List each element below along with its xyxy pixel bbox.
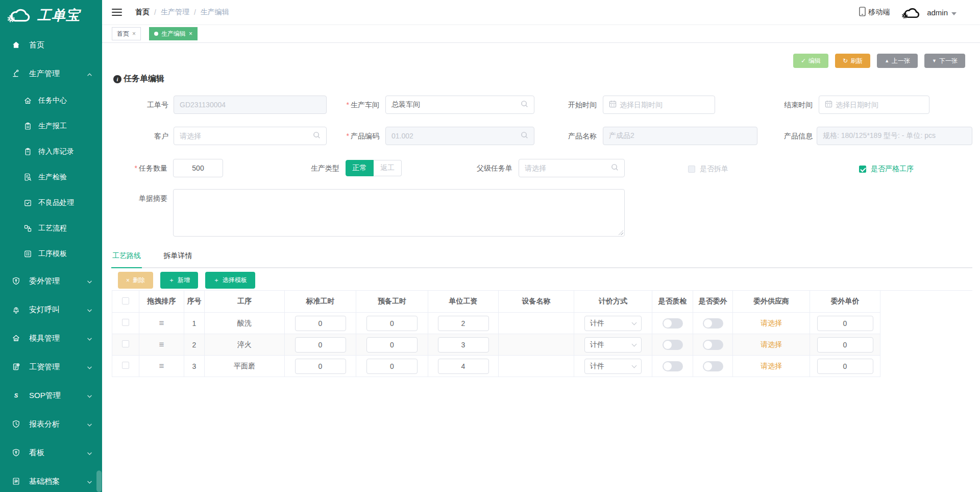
out-price-input[interactable]: 0 xyxy=(817,359,873,374)
pricing-select[interactable]: 计件 xyxy=(584,359,642,374)
sidebar-scrollbar[interactable] xyxy=(96,471,102,492)
out-price-input[interactable]: 0 xyxy=(817,337,873,353)
prep-hours-input[interactable]: 0 xyxy=(366,337,418,353)
product-info-input[interactable] xyxy=(823,132,966,140)
sidebar-item-mold[interactable]: 模具管理 xyxy=(0,324,102,353)
user-avatar-cloud-icon[interactable] xyxy=(901,5,922,19)
sidebar-item-flow[interactable]: 工艺流程 xyxy=(0,216,102,241)
sidebar-item-task[interactable]: 任务中心 xyxy=(0,88,102,113)
add-row-button[interactable]: ＋新增 xyxy=(160,272,198,289)
sidebar-item-report[interactable]: 生产报工 xyxy=(0,113,102,139)
row-checkbox[interactable] xyxy=(122,319,129,326)
refresh-button[interactable]: ↻刷新 xyxy=(835,54,870,68)
summary-textarea[interactable] xyxy=(174,190,624,236)
checkbox-icon[interactable] xyxy=(688,166,695,173)
breadcrumb-item[interactable]: 生产编辑 xyxy=(201,8,229,17)
tab-close-icon[interactable]: × xyxy=(189,30,192,37)
breadcrumb-item[interactable]: 生产管理 xyxy=(161,8,189,17)
prod-type-rework[interactable]: 返工 xyxy=(374,160,402,176)
hamburger-menu-icon[interactable] xyxy=(112,7,122,18)
chevron-down-icon[interactable] xyxy=(951,12,957,15)
topbar: 首页/生产管理/生产编辑 移动端 admin xyxy=(102,0,980,25)
sidebar-item-sop[interactable]: SSOP管理 xyxy=(0,381,102,410)
parent-order-input[interactable] xyxy=(525,164,608,172)
outsource-toggle[interactable] xyxy=(703,318,723,329)
split-order-checkbox[interactable]: 是否拆单 xyxy=(688,165,728,174)
checkbox-checked-icon[interactable] xyxy=(859,166,866,173)
svg-text:S: S xyxy=(14,392,18,399)
sidebar-item-production[interactable]: 生产管理 xyxy=(0,59,102,88)
column-header: 委外单价 xyxy=(810,291,880,313)
pricing-select[interactable]: 计件 xyxy=(584,316,642,331)
outsource-toggle[interactable] xyxy=(703,361,723,371)
tab-生产编辑[interactable]: 生产编辑× xyxy=(149,27,198,40)
tab-process-route[interactable]: 工艺路线 xyxy=(111,247,142,268)
start-time-input[interactable] xyxy=(620,101,709,109)
chevron-down-icon xyxy=(87,306,92,314)
delete-button[interactable]: ×删除 xyxy=(118,272,153,289)
sidebar-item-inbound[interactable]: 待入库记录 xyxy=(0,139,102,165)
prep-hours-input[interactable]: 0 xyxy=(366,316,418,331)
supplier-select[interactable]: 请选择 xyxy=(761,340,782,348)
qc-toggle[interactable] xyxy=(663,361,683,371)
sidebar-item-wage[interactable]: 工资管理 xyxy=(0,353,102,381)
search-icon[interactable] xyxy=(611,163,619,173)
std-hours-input[interactable]: 0 xyxy=(295,359,346,374)
tab-split-detail[interactable]: 拆单详情 xyxy=(162,247,193,267)
prev-button[interactable]: ▲上一张 xyxy=(877,54,918,68)
tab-close-icon[interactable]: × xyxy=(132,30,136,37)
sidebar-item-template[interactable]: 工序模板 xyxy=(0,241,102,267)
qc-toggle[interactable] xyxy=(663,318,683,329)
prep-hours-input[interactable]: 0 xyxy=(366,359,418,374)
tab-首页[interactable]: 首页× xyxy=(112,27,141,40)
task-qty-input[interactable] xyxy=(179,164,217,172)
supplier-select[interactable]: 请选择 xyxy=(761,362,782,370)
select-all-checkbox[interactable] xyxy=(122,297,129,304)
out-price-input[interactable]: 0 xyxy=(817,316,873,331)
product-code-input[interactable] xyxy=(391,132,518,140)
parent-order-field[interactable] xyxy=(519,159,625,177)
end-time-field[interactable] xyxy=(819,96,929,114)
sidebar-item-home[interactable]: 首页 xyxy=(0,31,102,59)
row-checkbox[interactable] xyxy=(122,362,129,369)
select-template-button[interactable]: ＋选择模板 xyxy=(205,272,255,289)
qc-toggle[interactable] xyxy=(663,340,683,350)
username[interactable]: admin xyxy=(927,8,948,17)
mobile-entry[interactable]: 移动端 xyxy=(859,7,890,18)
topbar-right: 移动端 admin xyxy=(859,5,980,19)
outsource-toggle[interactable] xyxy=(703,340,723,350)
sidebar-item-shield[interactable]: 委外管理 xyxy=(0,267,102,295)
chevron-down-icon xyxy=(632,341,637,346)
drag-handle-icon[interactable]: ≡ xyxy=(159,318,164,328)
prod-type-normal[interactable]: 正常 xyxy=(346,160,374,176)
std-hours-input[interactable]: 0 xyxy=(295,337,346,353)
row-checkbox[interactable] xyxy=(122,340,129,347)
end-time-input[interactable] xyxy=(836,101,923,109)
breadcrumb-item[interactable]: 首页 xyxy=(135,8,150,17)
supplier-select[interactable]: 请选择 xyxy=(761,319,782,327)
unit-wage-input[interactable]: 4 xyxy=(438,359,489,374)
next-button[interactable]: ▼下一张 xyxy=(924,54,965,68)
sidebar-item-defect[interactable]: 不良品处理 xyxy=(0,190,102,216)
sidebar-item-chart-shield[interactable]: 报表分析 xyxy=(0,410,102,438)
drag-handle-icon[interactable]: ≡ xyxy=(159,340,164,349)
sidebar-item-inspect[interactable]: 生产检验 xyxy=(0,165,102,190)
sidebar-item-label: 生产管理 xyxy=(29,69,60,79)
std-hours-input[interactable]: 0 xyxy=(295,316,346,331)
sidebar-item-label: 生产检验 xyxy=(38,173,67,182)
unit-wage-input[interactable]: 2 xyxy=(438,316,489,331)
pricing-select[interactable]: 计件 xyxy=(584,337,642,353)
sidebar-item-archive[interactable]: 基础档案 xyxy=(0,467,102,492)
drag-handle-icon[interactable]: ≡ xyxy=(159,361,164,371)
sidebar-item-board-shield[interactable]: 看板 xyxy=(0,438,102,467)
plus-icon: ＋ xyxy=(168,276,175,285)
strict-process-checkbox[interactable]: 是否严格工序 xyxy=(859,165,914,174)
resize-grip-icon[interactable] xyxy=(618,229,623,235)
sidebar-item-bell[interactable]: 安灯呼叫 xyxy=(0,295,102,324)
task-qty-field[interactable] xyxy=(173,159,223,177)
app-logo[interactable]: 工单宝 xyxy=(0,0,102,31)
edit-button[interactable]: ✓编辑 xyxy=(793,54,828,68)
unit-wage-input[interactable]: 3 xyxy=(438,337,489,353)
start-time-field[interactable] xyxy=(603,96,715,114)
workshop-input[interactable] xyxy=(391,101,518,109)
